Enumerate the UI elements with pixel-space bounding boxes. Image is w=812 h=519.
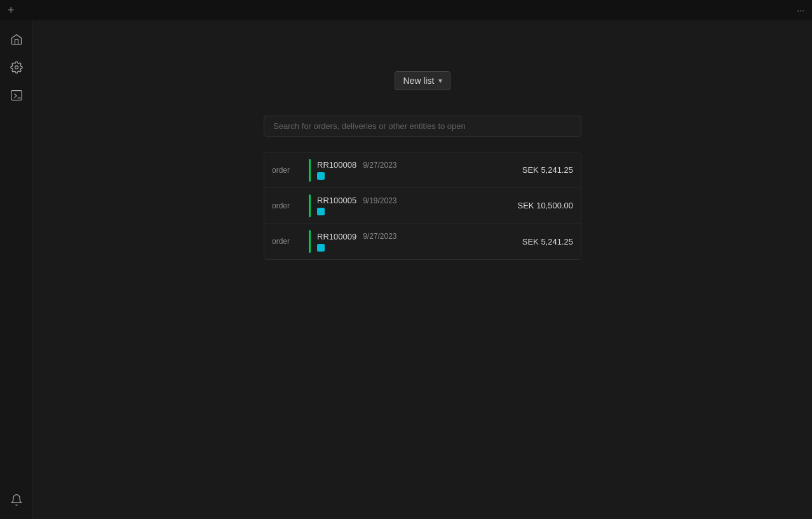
table-row[interactable]: order RR100005 9/19/2023 SEK 10,500.00 [264,188,581,224]
order-id-date: RR100009 9/27/2023 [317,232,522,241]
new-list-button[interactable]: New list ▾ [395,71,450,90]
new-list-label: New list [403,76,434,86]
top-bar-left: + [8,4,15,16]
chevron-down-icon: ▾ [438,76,442,85]
main-content: New list ▾ order RR100008 9/27/2023 SEK … [33,20,812,519]
order-date: 9/27/2023 [363,232,396,241]
sidebar [0,20,33,519]
order-type-label: order [272,201,302,210]
more-button[interactable]: ··· [797,5,804,15]
order-type-label: order [272,237,302,246]
order-id: RR100005 [317,196,356,205]
add-button[interactable]: + [8,4,15,16]
sidebar-item-notifications[interactable] [5,489,28,511]
svg-point-0 [15,66,18,69]
order-amount: SEK 10,500.00 [518,201,573,210]
sidebar-item-settings[interactable] [5,56,28,79]
terminal-icon [10,89,23,102]
table-row[interactable]: order RR100008 9/27/2023 SEK 5,241.25 [264,152,581,188]
order-status-dot [317,208,325,215]
order-info: RR100005 9/19/2023 [317,196,518,215]
order-type-label: order [272,166,302,175]
order-id: RR100008 [317,160,356,170]
order-id-date: RR100008 9/27/2023 [317,160,522,170]
order-info: RR100008 9/27/2023 [317,160,522,180]
order-status-bar [309,159,311,182]
order-amount: SEK 5,241.25 [522,165,573,175]
order-amount: SEK 5,241.25 [522,237,573,246]
sidebar-item-home[interactable] [5,28,28,51]
order-info: RR100009 9/27/2023 [317,232,522,252]
orders-list: order RR100008 9/27/2023 SEK 5,241.25 or… [264,152,581,260]
order-date: 9/27/2023 [363,161,396,170]
search-bar [264,116,581,137]
order-status-dot [317,244,325,252]
order-status-dot [317,172,325,180]
top-bar: + ··· [0,0,812,20]
settings-icon [10,61,23,74]
home-icon [10,33,23,46]
order-id: RR100009 [317,232,356,241]
order-date: 9/19/2023 [363,196,396,205]
table-row[interactable]: order RR100009 9/27/2023 SEK 5,241.25 [264,224,581,259]
order-id-date: RR100005 9/19/2023 [317,196,518,205]
order-status-bar [309,230,311,253]
sidebar-item-terminal[interactable] [5,84,28,107]
bell-icon [10,494,23,506]
search-input[interactable] [264,116,581,137]
order-status-bar [309,194,311,217]
